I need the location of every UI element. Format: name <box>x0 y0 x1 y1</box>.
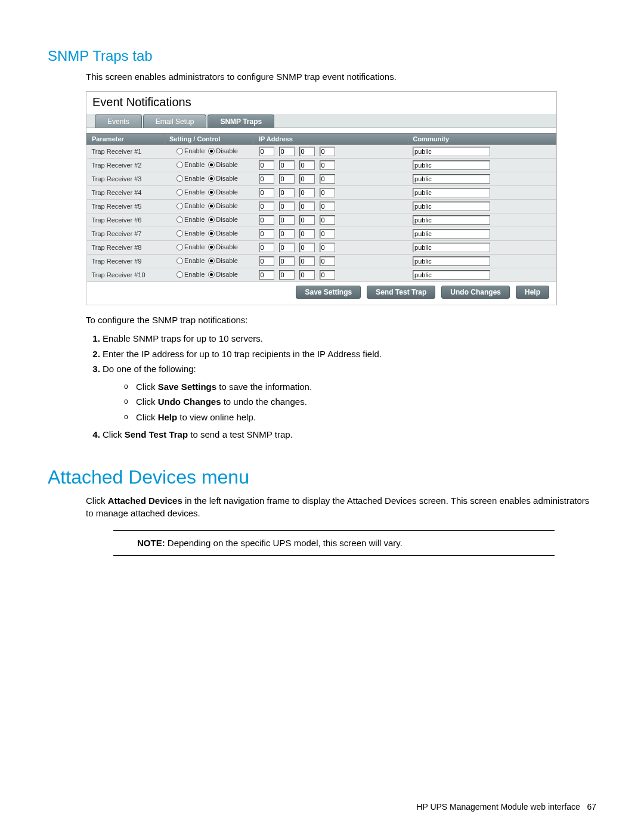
tab-email-setup[interactable]: Email Setup <box>143 114 207 128</box>
ip-octet-input[interactable] <box>299 147 315 156</box>
ip-octet-input[interactable] <box>279 160 295 170</box>
ip-cell <box>254 213 408 227</box>
ip-octet-input[interactable] <box>299 202 315 211</box>
enable-radio[interactable] <box>177 271 183 278</box>
disable-label: Disable <box>216 230 238 237</box>
enable-radio[interactable] <box>177 148 183 154</box>
community-input[interactable] <box>413 174 490 184</box>
disable-radio[interactable] <box>208 189 215 196</box>
ip-octet-input[interactable] <box>299 256 315 266</box>
ip-octet-input[interactable] <box>259 243 274 252</box>
enable-radio[interactable] <box>177 189 183 196</box>
disable-radio[interactable] <box>208 216 215 223</box>
ip-octet-input[interactable] <box>279 215 295 225</box>
step-3a: Click Save Settings to save the informat… <box>124 379 596 395</box>
setting-cell: EnableDisable <box>165 227 254 241</box>
enable-radio[interactable] <box>177 258 183 264</box>
community-input[interactable] <box>413 270 490 280</box>
ip-octet-input[interactable] <box>299 160 315 170</box>
disable-radio[interactable] <box>208 162 215 168</box>
undo-changes-button[interactable]: Undo Changes <box>441 286 510 299</box>
ip-octet-input[interactable] <box>320 270 335 280</box>
ip-octet-input[interactable] <box>299 270 315 280</box>
community-cell <box>408 213 556 227</box>
save-settings-button[interactable]: Save Settings <box>296 286 361 299</box>
enable-radio[interactable] <box>177 230 183 237</box>
ip-octet-input[interactable] <box>259 174 274 184</box>
ip-octet-input[interactable] <box>279 270 295 280</box>
ip-octet-input[interactable] <box>320 147 335 156</box>
community-input[interactable] <box>413 160 490 170</box>
setting-cell: EnableDisable <box>165 159 254 172</box>
community-cell <box>408 172 556 186</box>
disable-label: Disable <box>216 161 238 168</box>
enable-label: Enable <box>184 202 205 209</box>
ip-octet-input[interactable] <box>299 215 315 225</box>
param-cell: Trap Receiver #10 <box>87 268 165 282</box>
enable-radio[interactable] <box>177 216 183 223</box>
ip-octet-input[interactable] <box>320 229 335 239</box>
ip-octet-input[interactable] <box>279 188 295 197</box>
enable-radio[interactable] <box>177 162 183 168</box>
button-row: Save Settings Send Test Trap Undo Change… <box>86 282 556 305</box>
ip-octet-input[interactable] <box>279 256 295 266</box>
ip-octet-input[interactable] <box>320 202 335 211</box>
ip-octet-input[interactable] <box>259 229 274 239</box>
col-setting: Setting / Control <box>165 134 254 145</box>
ip-octet-input[interactable] <box>299 188 315 197</box>
ip-octet-input[interactable] <box>320 188 335 197</box>
ip-octet-input[interactable] <box>279 243 295 252</box>
community-input[interactable] <box>413 229 490 239</box>
ip-octet-input[interactable] <box>259 256 274 266</box>
ip-octet-input[interactable] <box>259 147 274 156</box>
ip-octet-input[interactable] <box>259 270 274 280</box>
ip-octet-input[interactable] <box>320 256 335 266</box>
community-input[interactable] <box>413 147 490 156</box>
enable-radio[interactable] <box>177 175 183 182</box>
ip-octet-input[interactable] <box>279 174 295 184</box>
ip-octet-input[interactable] <box>320 160 335 170</box>
setting-cell: EnableDisable <box>165 172 254 186</box>
help-button[interactable]: Help <box>516 286 549 299</box>
community-input[interactable] <box>413 256 490 266</box>
community-input[interactable] <box>413 202 490 211</box>
ip-octet-input[interactable] <box>259 215 274 225</box>
step-3-text: Do one of the following: <box>103 364 196 374</box>
tab-events[interactable]: Events <box>95 114 142 128</box>
disable-radio[interactable] <box>208 203 215 209</box>
ip-octet-input[interactable] <box>259 202 274 211</box>
ip-octet-input[interactable] <box>279 202 295 211</box>
tab-snmp-traps[interactable]: SNMP Traps <box>208 114 274 128</box>
disable-radio[interactable] <box>208 148 215 154</box>
community-input[interactable] <box>413 243 490 252</box>
ip-octet-input[interactable] <box>279 147 295 156</box>
community-input[interactable] <box>413 215 490 225</box>
ip-octet-input[interactable] <box>299 243 315 252</box>
enable-label: Enable <box>184 188 205 196</box>
ip-cell <box>254 255 408 268</box>
ip-octet-input[interactable] <box>259 188 274 197</box>
ip-octet-input[interactable] <box>320 174 335 184</box>
ip-octet-input[interactable] <box>299 174 315 184</box>
ip-octet-input[interactable] <box>299 229 315 239</box>
disable-radio[interactable] <box>208 175 215 182</box>
enable-radio[interactable] <box>177 244 183 250</box>
ip-octet-input[interactable] <box>279 229 295 239</box>
ip-octet-input[interactable] <box>259 160 274 170</box>
disable-radio[interactable] <box>208 230 215 237</box>
setting-cell: EnableDisable <box>165 145 254 159</box>
disable-radio[interactable] <box>208 258 215 264</box>
disable-radio[interactable] <box>208 271 215 278</box>
send-test-trap-button[interactable]: Send Test Trap <box>367 286 435 299</box>
intro-text: This screen enables administrators to co… <box>86 70 596 83</box>
community-input[interactable] <box>413 188 490 197</box>
ip-octet-input[interactable] <box>320 243 335 252</box>
ip-octet-input[interactable] <box>320 215 335 225</box>
enable-radio[interactable] <box>177 203 183 209</box>
note-rule-top <box>113 530 555 531</box>
param-cell: Trap Receiver #9 <box>87 255 165 268</box>
configure-intro: To configure the SNMP trap notifications… <box>86 314 596 326</box>
enable-label: Enable <box>184 147 205 154</box>
community-cell <box>408 200 556 213</box>
disable-radio[interactable] <box>208 244 215 250</box>
